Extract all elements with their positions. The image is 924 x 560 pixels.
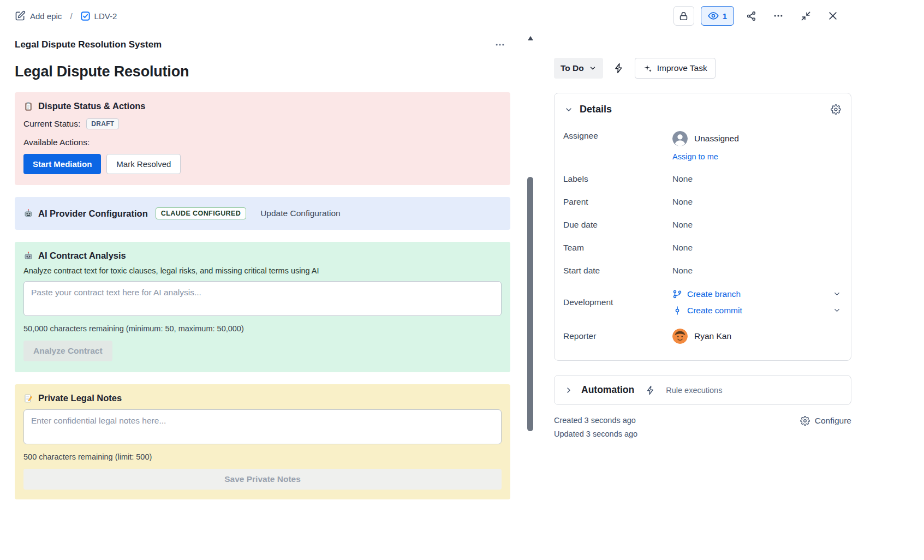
issue-meta-footer: Created 3 seconds ago Updated 3 seconds … <box>554 416 851 438</box>
legal-notes-input[interactable] <box>23 409 502 444</box>
more-options-icon <box>773 10 784 21</box>
quick-automation-button[interactable] <box>610 59 628 77</box>
main-area: Legal Dispute Resolution System Legal Di… <box>0 32 924 560</box>
gear-icon <box>831 104 841 115</box>
close-button[interactable] <box>822 6 843 26</box>
team-field: Team None <box>563 236 842 259</box>
share-icon <box>746 11 756 21</box>
scrollbar-up-arrow[interactable] <box>527 34 534 43</box>
commit-icon <box>672 306 682 315</box>
watch-count: 1 <box>723 11 727 21</box>
lightning-icon <box>613 63 624 74</box>
add-epic-button[interactable]: Add epic <box>15 10 62 21</box>
assignee-name: Unassigned <box>694 134 739 144</box>
lock-button[interactable] <box>673 6 694 26</box>
notes-char-info: 500 characters remaining (limit: 500) <box>23 452 502 461</box>
labels-field: Labels None <box>563 168 842 190</box>
create-commit-dropdown-chevron-icon[interactable] <box>832 305 842 315</box>
rule-executions-label: Rule executions <box>666 386 722 395</box>
development-label: Development <box>563 297 672 307</box>
dispute-panel-title: Dispute Status & Actions <box>38 101 146 111</box>
improve-task-label: Improve Task <box>657 63 707 73</box>
due-date-value[interactable]: None <box>672 220 693 230</box>
parent-field: Parent None <box>563 190 842 213</box>
analyze-contract-button[interactable]: Analyze Contract <box>23 341 112 361</box>
labels-label: Labels <box>563 174 672 184</box>
share-button[interactable] <box>741 6 761 26</box>
edit-icon <box>15 10 26 21</box>
page-title: Legal Dispute Resolution <box>15 63 510 80</box>
parent-label: Parent <box>563 197 672 207</box>
private-notes-panel: Private Legal Notes 500 characters remai… <box>15 384 510 499</box>
create-branch-dropdown-chevron-icon[interactable] <box>832 289 842 299</box>
start-mediation-button[interactable]: Start Mediation <box>23 154 101 174</box>
lock-icon <box>678 11 689 21</box>
start-date-value[interactable]: None <box>672 266 693 276</box>
mark-resolved-button[interactable]: Mark Resolved <box>106 154 181 174</box>
assignee-label: Assignee <box>563 131 672 141</box>
start-date-field: Start date None <box>563 259 842 282</box>
unassigned-avatar-icon <box>672 131 688 146</box>
updated-timestamp: Updated 3 seconds ago <box>554 430 637 438</box>
scrollbar-track[interactable] <box>527 34 534 560</box>
robot-icon <box>23 251 33 261</box>
create-commit-link[interactable]: Create commit <box>687 306 742 315</box>
analyze-contract-label: Analyze Contract <box>33 346 103 355</box>
save-private-notes-label: Save Private Notes <box>224 474 301 484</box>
save-private-notes-button[interactable]: Save Private Notes <box>23 469 502 490</box>
ai-provider-panel: AI Provider Configuration CLAUDE CONFIGU… <box>15 197 510 230</box>
sparkle-icon <box>643 64 652 73</box>
more-options-button[interactable] <box>768 6 789 26</box>
parent-value[interactable]: None <box>672 197 693 207</box>
assignee-field: Assignee Unassigned Assign to me <box>563 124 842 168</box>
details-title: Details <box>580 104 824 115</box>
branch-icon <box>672 289 682 299</box>
content-more-options-button[interactable] <box>490 35 510 55</box>
reporter-value[interactable]: Ryan Kan <box>672 329 731 344</box>
more-options-icon <box>494 39 505 50</box>
scrollbar-thumb[interactable] <box>527 177 533 431</box>
automation-card[interactable]: Automation Rule executions <box>554 375 851 405</box>
mark-resolved-label: Mark Resolved <box>116 159 171 169</box>
add-epic-label: Add epic <box>30 11 62 21</box>
current-status-label: Current Status: <box>23 119 80 129</box>
details-collapse-chevron-icon[interactable] <box>563 104 574 115</box>
issue-header-title: Legal Dispute Resolution System <box>15 39 162 50</box>
issue-key-link[interactable]: LDV-2 <box>81 11 117 21</box>
labels-value[interactable]: None <box>672 174 693 184</box>
issue-content-pane: Legal Dispute Resolution System Legal Di… <box>0 32 538 560</box>
reporter-field: Reporter Ryan Kan <box>563 322 842 350</box>
clipboard-icon <box>23 102 33 111</box>
gear-icon <box>800 416 810 426</box>
update-configuration-link[interactable]: Update Configuration <box>260 208 341 218</box>
breadcrumb-separator: / <box>70 11 72 21</box>
create-branch-link[interactable]: Create branch <box>687 289 741 299</box>
analysis-char-info: 50,000 characters remaining (minimum: 50… <box>23 324 502 333</box>
analysis-panel-title: AI Contract Analysis <box>38 251 126 261</box>
available-actions-label: Available Actions: <box>23 138 502 147</box>
contract-text-input[interactable] <box>23 281 502 316</box>
assign-to-me-link[interactable]: Assign to me <box>672 152 842 161</box>
improve-task-button[interactable]: Improve Task <box>635 58 716 79</box>
window-actions: 1 <box>673 6 843 26</box>
chevron-down-icon <box>589 64 597 72</box>
provider-panel-title: AI Provider Configuration <box>38 208 148 219</box>
details-settings-button[interactable] <box>830 103 842 116</box>
collapse-button[interactable] <box>795 6 816 26</box>
team-value[interactable]: None <box>672 243 693 253</box>
status-dropdown-button[interactable]: To Do <box>554 58 603 79</box>
memo-icon <box>23 394 33 403</box>
development-field: Development Create branch <box>563 282 842 322</box>
top-header: Add epic / LDV-2 1 <box>0 0 924 32</box>
assignee-value[interactable]: Unassigned <box>672 131 842 146</box>
configure-button[interactable]: Configure <box>800 416 851 426</box>
status-badge: DRAFT <box>86 118 119 129</box>
breadcrumb: Add epic / LDV-2 <box>15 10 117 21</box>
robot-icon <box>23 208 33 218</box>
reporter-label: Reporter <box>563 331 672 341</box>
issue-sidebar: To Do Improve Task <box>538 32 851 560</box>
watch-button[interactable]: 1 <box>701 6 734 26</box>
reporter-avatar <box>672 329 688 344</box>
start-date-label: Start date <box>563 266 672 276</box>
automation-expand-chevron-icon[interactable] <box>563 385 574 396</box>
